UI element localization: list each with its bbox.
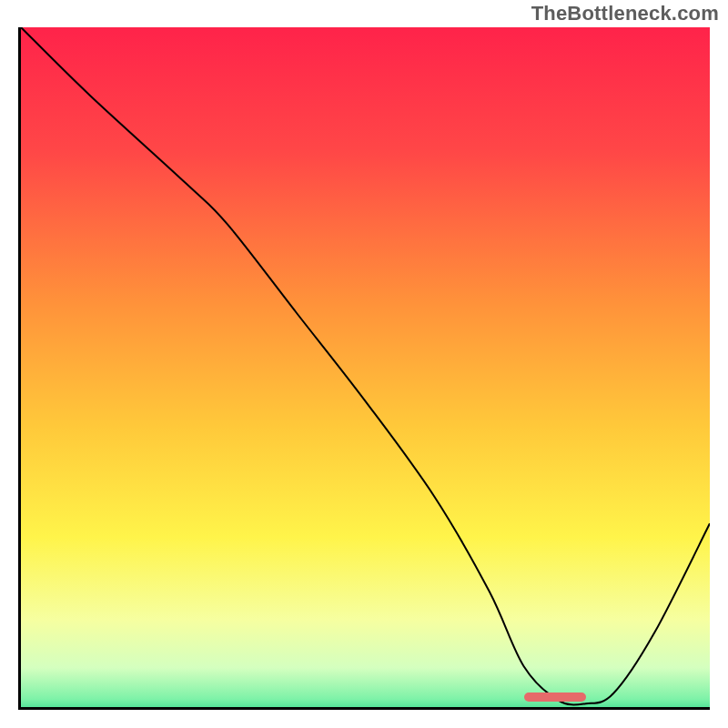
chart-container: TheBottleneck.com — [0, 0, 728, 728]
bottleneck-curve-path — [21, 27, 710, 704]
watermark-text: TheBottleneck.com — [531, 2, 719, 25]
optimal-range-marker — [524, 693, 586, 702]
curve-layer — [21, 27, 710, 707]
plot-area — [18, 27, 710, 710]
